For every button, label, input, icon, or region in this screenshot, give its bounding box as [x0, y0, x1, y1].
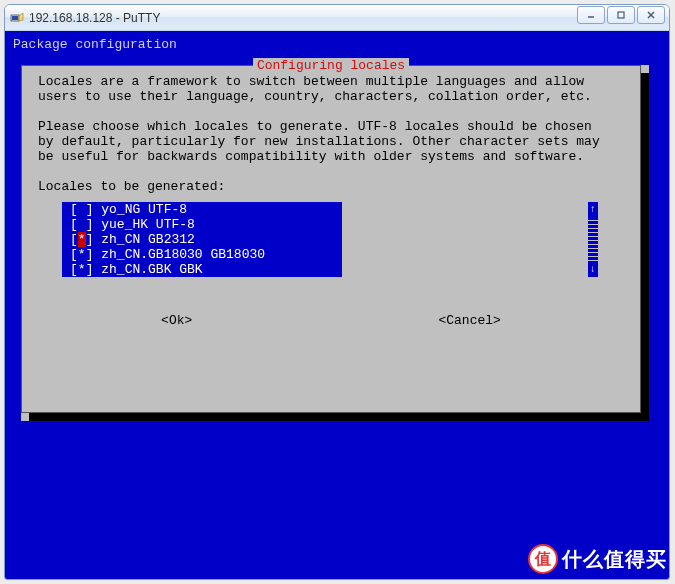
terminal-header: Package configuration	[5, 37, 669, 52]
close-button[interactable]	[637, 6, 665, 24]
listbox-scrollbar[interactable]: ↑ ↓	[588, 202, 598, 277]
locale-label: zh_CN GB2312	[101, 232, 195, 247]
locale-item[interactable]: [*] zh_CN.GBK GBK	[62, 262, 342, 277]
locale-checked	[78, 217, 86, 232]
window-frame: 192.168.18.128 - PuTTY Package configura…	[4, 4, 670, 580]
locale-checked: *	[78, 232, 86, 247]
dialog-prompt: Locales to be generated:	[38, 179, 624, 194]
locale-listbox: [ ] yo_NG UTF-8 [ ] yue_HK UTF-8 [*] zh_…	[62, 202, 624, 277]
locale-label: yue_HK UTF-8	[101, 217, 195, 232]
dialog-buttons: <Ok> <Cancel>	[38, 313, 624, 328]
ok-button[interactable]: <Ok>	[161, 313, 192, 328]
terminal-area[interactable]: Package configuration Configuring locale…	[5, 31, 669, 579]
maximize-button[interactable]	[607, 6, 635, 24]
dialog-body: Locales are a framework to switch betwee…	[22, 66, 640, 328]
dialog-para-1: Locales are a framework to switch betwee…	[38, 74, 624, 104]
config-dialog: Configuring locales Locales are a framew…	[21, 65, 641, 413]
svg-rect-1	[12, 16, 18, 20]
locale-label: yo_NG UTF-8	[101, 202, 187, 217]
dialog-container: Configuring locales Locales are a framew…	[21, 65, 649, 421]
window-controls	[577, 6, 665, 24]
locale-item[interactable]: [*] zh_CN.GB18030 GB18030	[62, 247, 342, 262]
svg-rect-3	[618, 12, 624, 18]
window-title: 192.168.18.128 - PuTTY	[29, 11, 160, 25]
locale-checked: *	[78, 247, 86, 262]
cancel-button[interactable]: <Cancel>	[438, 313, 500, 328]
locale-item[interactable]: [*] zh_CN GB2312	[62, 232, 342, 247]
titlebar: 192.168.18.128 - PuTTY	[5, 5, 669, 31]
minimize-button[interactable]	[577, 6, 605, 24]
locale-checked	[78, 202, 86, 217]
dialog-title: Configuring locales	[253, 58, 409, 73]
dialog-para-2: Please choose which locales to generate.…	[38, 119, 624, 164]
locale-items[interactable]: [ ] yo_NG UTF-8 [ ] yue_HK UTF-8 [*] zh_…	[62, 202, 342, 277]
locale-label: zh_CN.GBK GBK	[101, 262, 202, 277]
scroll-track[interactable]	[588, 217, 598, 262]
locale-item[interactable]: [ ] yue_HK UTF-8	[62, 217, 342, 232]
watermark-badge-icon: 值	[528, 544, 558, 574]
locale-label: zh_CN.GB18030 GB18030	[101, 247, 265, 262]
watermark-text: 什么值得买	[562, 546, 667, 573]
scroll-up-icon[interactable]: ↑	[588, 202, 598, 217]
watermark: 值 什么值得买	[528, 544, 667, 574]
scroll-down-icon[interactable]: ↓	[588, 262, 598, 277]
locale-checked: *	[78, 262, 86, 277]
putty-icon	[9, 10, 25, 26]
locale-item[interactable]: [ ] yo_NG UTF-8	[62, 202, 342, 217]
